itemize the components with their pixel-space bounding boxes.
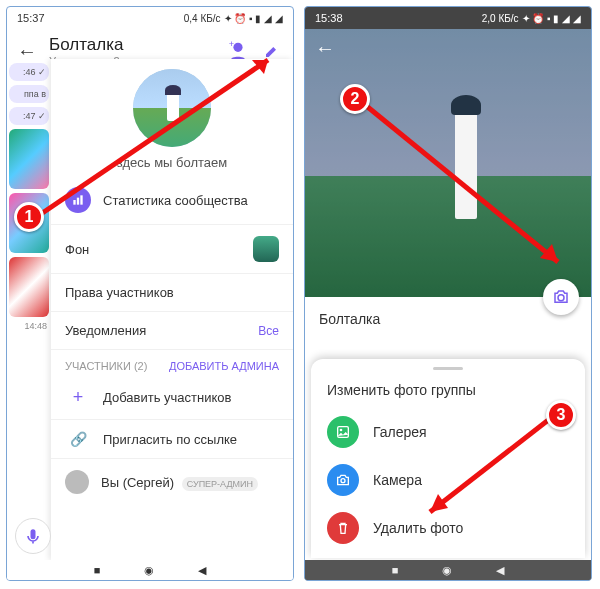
role-badge: СУПЕР-АДМИН xyxy=(182,477,258,491)
android-nav-bar: ■ ◉ ◀ xyxy=(305,560,591,580)
svg-point-6 xyxy=(558,295,564,301)
peek-msg: ппа в xyxy=(9,85,49,103)
peek-time: 14:48 xyxy=(11,321,47,331)
add-admin-link[interactable]: ДОБАВИТЬ АДМИНА xyxy=(169,360,279,372)
chat-peek-strip: :46 ✓ ппа в :47 ✓ 14:48 xyxy=(7,59,51,560)
row-community-stats[interactable]: Статистика сообщества xyxy=(51,176,293,225)
row-member-you[interactable]: Вы (Сергей) СУПЕР-АДМИН xyxy=(51,459,293,505)
svg-rect-5 xyxy=(80,195,82,204)
status-bar: 15:37 0,4 КБ/с ✦ ⏰ ▪ ▮ ◢ ◢ xyxy=(7,7,293,29)
group-photo-hero: ← xyxy=(305,29,591,297)
svg-point-8 xyxy=(340,429,343,432)
group-avatar-area: здесь мы болтаем xyxy=(51,59,293,176)
row-label: Добавить участников xyxy=(103,390,279,405)
phone-left: 15:37 0,4 КБ/с ✦ ⏰ ▪ ▮ ◢ ◢ ← Болталка Уч… xyxy=(6,6,294,581)
nav-back-icon[interactable]: ◀ xyxy=(496,564,504,577)
settings-panel: здесь мы болтаем Статистика сообщества Ф… xyxy=(51,59,293,560)
sheet-option-gallery[interactable]: Галерея xyxy=(311,408,585,456)
svg-rect-4 xyxy=(77,198,79,205)
sheet-handle[interactable] xyxy=(433,367,463,370)
status-right: 0,4 КБ/с ✦ ⏰ ▪ ▮ ◢ ◢ xyxy=(184,13,283,24)
sticker-preview xyxy=(9,257,49,317)
sticker-preview xyxy=(9,129,49,189)
nav-home-icon[interactable]: ◉ xyxy=(144,564,154,577)
nav-back-icon[interactable]: ◀ xyxy=(198,564,206,577)
sheet-option-camera[interactable]: Камера xyxy=(311,456,585,504)
stats-icon xyxy=(65,187,91,213)
section-label: УЧАСТНИКИ (2) xyxy=(65,360,147,372)
gallery-icon xyxy=(327,416,359,448)
android-nav-bar: ■ ◉ ◀ xyxy=(7,560,293,580)
row-member-rights[interactable]: Права участников xyxy=(51,274,293,312)
status-time: 15:38 xyxy=(315,12,343,24)
peek-msg: :47 ✓ xyxy=(9,107,49,125)
group-description: здесь мы болтаем xyxy=(51,155,293,170)
row-label: Фон xyxy=(65,242,241,257)
nav-recent-icon[interactable]: ■ xyxy=(94,564,101,576)
sheet-option-delete[interactable]: Удалить фото xyxy=(311,504,585,552)
annotation-badge-1: 1 xyxy=(14,202,44,232)
status-time: 15:37 xyxy=(17,12,45,24)
svg-rect-3 xyxy=(73,200,75,205)
row-add-members[interactable]: + Добавить участников xyxy=(51,376,293,420)
row-label: Статистика сообщества xyxy=(103,193,279,208)
peek-msg: :46 ✓ xyxy=(9,63,49,81)
member-name: Вы (Сергей) СУПЕР-АДМИН xyxy=(101,475,279,490)
row-invite-link[interactable]: 🔗 Пригласить по ссылке xyxy=(51,420,293,459)
status-right: 2,0 КБ/с ✦ ⏰ ▪ ▮ ◢ ◢ xyxy=(482,13,581,24)
row-value: Все xyxy=(258,324,279,338)
option-label: Камера xyxy=(373,472,422,488)
row-label: Пригласить по ссылке xyxy=(103,432,279,447)
voice-message-fab[interactable] xyxy=(15,518,51,554)
avatar xyxy=(65,470,89,494)
row-label: Уведомления xyxy=(65,323,246,338)
plus-icon: + xyxy=(65,387,91,408)
group-avatar[interactable] xyxy=(133,69,211,147)
svg-point-0 xyxy=(233,43,242,52)
annotation-badge-3: 3 xyxy=(546,400,576,430)
svg-point-9 xyxy=(341,479,345,483)
members-section-header: УЧАСТНИКИ (2) ДОБАВИТЬ АДМИНА xyxy=(51,350,293,376)
change-photo-button[interactable] xyxy=(543,279,579,315)
svg-text:+: + xyxy=(229,40,234,49)
status-bar: 15:38 2,0 КБ/с ✦ ⏰ ▪ ▮ ◢ ◢ xyxy=(305,7,591,29)
row-label: Права участников xyxy=(65,285,279,300)
background-thumb xyxy=(253,236,279,262)
option-label: Галерея xyxy=(373,424,427,440)
photo-action-sheet: Изменить фото группы Галерея Камера Удал… xyxy=(311,359,585,558)
svg-rect-2 xyxy=(31,529,36,539)
nav-home-icon[interactable]: ◉ xyxy=(442,564,452,577)
back-icon[interactable]: ← xyxy=(315,37,335,60)
nav-recent-icon[interactable]: ■ xyxy=(392,564,399,576)
camera-icon xyxy=(327,464,359,496)
row-notifications[interactable]: Уведомления Все xyxy=(51,312,293,350)
annotation-badge-2: 2 xyxy=(340,84,370,114)
row-background[interactable]: Фон xyxy=(51,225,293,274)
chat-title: Болталка xyxy=(49,35,215,55)
option-label: Удалить фото xyxy=(373,520,463,536)
trash-icon xyxy=(327,512,359,544)
sheet-title: Изменить фото группы xyxy=(311,376,585,408)
photo-content xyxy=(455,109,477,219)
link-icon: 🔗 xyxy=(65,431,91,447)
